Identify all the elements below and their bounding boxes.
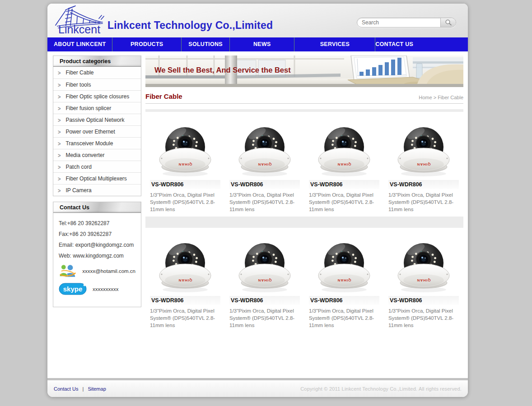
product-description: 1/3"Pixim Orca, Digital Pixel System® (D… (229, 191, 300, 213)
chevron-right-icon: > (58, 82, 61, 88)
category-label: Power over Ethernet (65, 129, 115, 135)
dome-camera-image: QIHAN (390, 114, 457, 179)
copyright-text: Copyright © 2011 Linkcent Technology Co.… (300, 386, 462, 392)
breadcrumb-separator: > (434, 95, 436, 100)
nav-item[interactable]: NEWS (229, 37, 294, 51)
category-item[interactable]: > Fiber Cable (53, 67, 141, 78)
dome-camera-image: QIHAN (151, 230, 219, 295)
nav-item[interactable]: SERVICES (294, 37, 375, 51)
nav-item[interactable]: SOLUTIONS (181, 37, 229, 51)
category-label: IP Camera (65, 187, 91, 194)
page-title: Fiber Cable (145, 92, 182, 100)
search-button[interactable] (440, 18, 456, 28)
category-label: Transceiver Module (65, 140, 113, 147)
msn-messenger-icon (59, 263, 76, 278)
categories-panel-title: Product categories (53, 56, 141, 67)
category-label: Fiber tools (65, 82, 91, 88)
product-card[interactable]: QIHAN VS-WDR806 1/3"Pixim Orca, Digital … (384, 228, 463, 332)
search-input[interactable] (357, 19, 440, 26)
contact-body: Tel:+86 20 39262287 Fax:+86 20 39262287 … (53, 213, 141, 307)
site-header: Linkcent Linkcent Technology Co.,Limited (47, 4, 468, 37)
category-label: Patch cord (65, 164, 91, 170)
nav-item[interactable]: ABOUT LINKCENT (47, 37, 112, 51)
product-name[interactable]: VS-WDR806 (229, 180, 300, 189)
category-label: Passive Optical Network (65, 117, 124, 123)
product-name[interactable]: VS-WDR806 (309, 180, 379, 189)
category-item[interactable]: > Passive Optical Network (53, 114, 141, 125)
main-nav: ABOUT LINKCENT PRODUCTS SOLUTIONS NEWS S… (47, 37, 468, 51)
category-label: Fiber fusion splicer (65, 105, 111, 111)
category-item[interactable]: > Media converter (53, 149, 141, 161)
category-item[interactable]: > IP Camera (53, 184, 141, 196)
category-item[interactable]: > Power over Ethernet (53, 125, 141, 137)
product-description: 1/3"Pixim Orca, Digital Pixel System® (D… (229, 307, 300, 329)
contact-line: Web: www.kingdomgz.com (59, 253, 135, 259)
product-name[interactable]: VS-WDR806 (150, 180, 220, 189)
product-name[interactable]: VS-WDR806 (150, 296, 220, 305)
dome-camera-image: QIHAN (231, 114, 299, 179)
category-item[interactable]: > Fiber tools (53, 78, 141, 90)
product-name[interactable]: VS-WDR806 (388, 180, 459, 189)
product-card[interactable]: QIHAN VS-WDR806 1/3"Pixim Orca, Digital … (225, 112, 304, 217)
product-card[interactable]: QIHAN VS-WDR806 1/3"Pixim Orca, Digital … (225, 228, 304, 332)
product-card[interactable]: QIHAN VS-WDR806 1/3"Pixim Orca, Digital … (304, 228, 384, 332)
product-card[interactable]: QIHAN VS-WDR806 1/3"Pixim Orca, Digital … (145, 112, 225, 217)
skype-account-text: xxxxxxxxxx (93, 286, 119, 292)
msn-row: xxxxx@hotamil.com.cn (59, 263, 135, 278)
product-categories-panel: Product categories > Fiber Cable > Fiber… (53, 55, 141, 196)
product-card[interactable]: QIHAN VS-WDR806 1/3"Pixim Orca, Digital … (145, 228, 225, 332)
breadcrumb-current: Fiber Cable (438, 95, 463, 100)
product-name[interactable]: VS-WDR806 (229, 296, 300, 305)
category-label: Media converter (65, 152, 104, 158)
body-row: Product categories > Fiber Cable > Fiber… (47, 51, 468, 378)
logo-text: Linkcent (58, 23, 100, 36)
footer-sitemap-link[interactable]: Sitemap (88, 386, 106, 392)
product-description: 1/3"Pixim Orca, Digital Pixel System® (D… (150, 191, 220, 213)
company-title: Linkcent Technology Co.,Limited (107, 19, 273, 32)
breadcrumb-home-link[interactable]: Home (419, 95, 432, 100)
product-description: 1/3"Pixim Orca, Digital Pixel System® (D… (388, 307, 459, 329)
logo-link[interactable]: Linkcent (52, 5, 107, 37)
msn-account-text: xxxxx@hotamil.com.cn (82, 268, 135, 274)
product-card[interactable]: QIHAN VS-WDR806 1/3"Pixim Orca, Digital … (304, 112, 384, 217)
category-item[interactable]: > Patch cord (53, 161, 141, 172)
product-name[interactable]: VS-WDR806 (309, 296, 379, 305)
category-item[interactable]: > Transceiver Module (53, 137, 141, 149)
camera-brand-label: QIHAN (258, 278, 272, 282)
category-label: Fiber Cable (65, 69, 93, 76)
camera-brand-label: QIHAN (337, 278, 351, 282)
category-item[interactable]: > Fiber Optic splice closures (53, 90, 141, 102)
banner-image: We Sell the Best, And Service the Best (145, 55, 463, 87)
footer-contact-link[interactable]: Contact Us (54, 386, 78, 392)
bridge-logo-icon: Linkcent (52, 5, 107, 36)
category-item[interactable]: > Fiber fusion splicer (53, 102, 141, 114)
skype-logo-icon: skype (59, 283, 87, 295)
chevron-right-icon: > (58, 140, 61, 147)
category-label: Fiber Optic splice closures (65, 93, 129, 100)
search-icon (445, 19, 452, 26)
footer-links: Contact Us | Sitemap (54, 386, 106, 392)
camera-brand-label: QIHAN (417, 278, 431, 282)
product-card[interactable]: QIHAN VS-WDR806 1/3"Pixim Orca, Digital … (384, 112, 463, 217)
chevron-right-icon: > (58, 117, 61, 123)
search-box (357, 18, 456, 28)
product-name[interactable]: VS-WDR806 (388, 296, 459, 305)
sidebar: Product categories > Fiber Cable > Fiber… (53, 55, 141, 313)
camera-brand-label: QIHAN (337, 162, 351, 166)
category-item[interactable]: > Fiber Optical Multiplexers (53, 172, 141, 184)
contact-us-panel: Contact Us Tel:+86 20 39262287 Fax:+86 2… (53, 202, 141, 307)
chevron-right-icon: > (58, 175, 61, 182)
chevron-right-icon: > (58, 129, 61, 135)
site-footer: Contact Us | Sitemap Copyright © 2011 Li… (47, 380, 468, 397)
chevron-right-icon: > (58, 164, 61, 170)
contact-lines: Tel:+86 20 39262287 Fax:+86 20 39262287 … (53, 220, 141, 259)
chevron-right-icon: > (58, 187, 61, 194)
camera-brand-label: QIHAN (258, 162, 272, 166)
banner-slogan: We Sell the Best, And Service the Best (154, 66, 291, 74)
product-grid: QIHAN VS-WDR806 1/3"Pixim Orca, Digital … (145, 109, 463, 332)
dome-camera-image: QIHAN (310, 114, 378, 179)
product-description: 1/3"Pixim Orca, Digital Pixel System® (D… (388, 191, 459, 213)
nav-item[interactable]: CONTACT US (375, 37, 413, 51)
nav-item[interactable]: PRODUCTS (112, 37, 181, 51)
categories-list: > Fiber Cable > Fiber tools > Fiber Opti… (53, 67, 141, 196)
